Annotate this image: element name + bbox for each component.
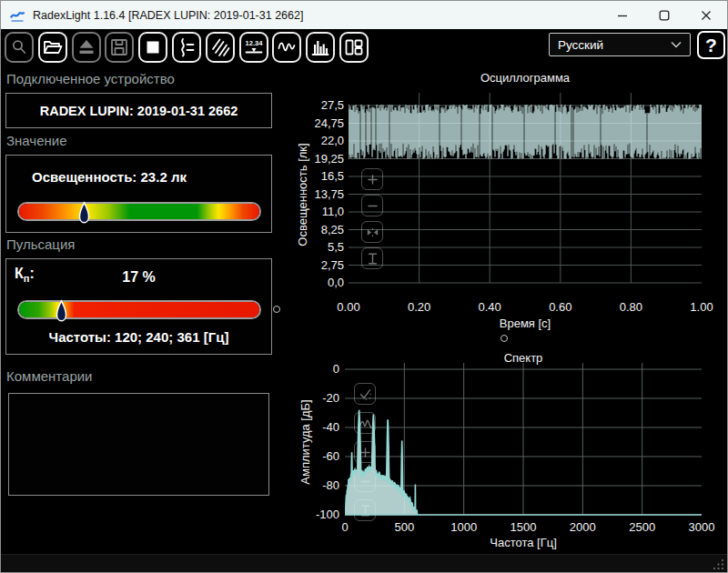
language-select[interactable]: Русский xyxy=(549,33,691,56)
fitv-icon xyxy=(365,251,380,266)
spectrum-xtick: 500 xyxy=(377,520,431,534)
spectrum-ytick: 0 xyxy=(285,362,339,376)
spectrum-zoom-in-button[interactable] xyxy=(354,441,376,463)
spectrum-envelope-button[interactable] xyxy=(354,412,376,434)
oscillogram-ytick: 0,0 xyxy=(289,276,344,289)
open-file-button[interactable] xyxy=(38,32,67,63)
plus-icon xyxy=(358,445,373,460)
oscillogram-ytick: 22,0 xyxy=(289,134,344,147)
oscillogram-xlabel: Время [с] xyxy=(349,317,702,330)
wave-icon xyxy=(276,36,298,58)
spectrum-ytick: -20 xyxy=(285,391,339,405)
save-file-button[interactable] xyxy=(105,32,134,63)
spectrum-ytick: -40 xyxy=(285,420,339,434)
chevron-down-icon xyxy=(671,41,682,48)
hatch-icon xyxy=(209,36,231,58)
curve-icon xyxy=(358,416,373,431)
oscillogram-ytick: 24,75 xyxy=(289,116,344,130)
comments-section-header: Комментарии xyxy=(6,368,92,384)
oscillogram-ytick: 16,5 xyxy=(289,169,344,183)
resize-grip[interactable] xyxy=(713,558,724,569)
layout-view-button[interactable] xyxy=(339,32,369,63)
spectrum-view-button[interactable] xyxy=(306,32,335,63)
vertical-splitter-handle[interactable] xyxy=(273,306,280,313)
oscillogram-ytick: 19,25 xyxy=(289,152,344,166)
minus-icon xyxy=(358,474,373,489)
pulsation-section-header: Пульсация xyxy=(6,236,75,252)
oscillogram-zoom-out-button[interactable] xyxy=(361,195,383,216)
horizontal-splitter-handle[interactable] xyxy=(500,335,508,342)
spectrum-autoscale-button[interactable] xyxy=(354,383,376,405)
plus-icon xyxy=(365,172,380,187)
pulsation-scale-bar xyxy=(17,300,261,319)
oscillogram-xtick: 0.60 xyxy=(533,300,588,314)
magnifier-doc-icon xyxy=(8,36,30,58)
numeric-display-icon: 12.34 xyxy=(243,36,265,58)
minus-icon xyxy=(365,198,380,214)
spectrum-xlabel: Частота [Гц] xyxy=(345,536,702,549)
titlebar: RadexLight 1.16.4 [RADEX LUPIN: 2019-01-… xyxy=(1,1,727,29)
oscillogram-zoom-in-button[interactable] xyxy=(361,168,383,190)
svg-text:12.34: 12.34 xyxy=(245,39,263,47)
spectrum-xtick: 1000 xyxy=(437,520,491,534)
numeric-display-button[interactable]: 12.34 xyxy=(239,32,268,63)
spectrum-xtick: 1500 xyxy=(496,520,551,534)
bar-chart-icon xyxy=(309,36,331,58)
oscillogram-view-button[interactable] xyxy=(272,32,301,63)
app-logo-icon xyxy=(9,7,25,24)
check-icon xyxy=(358,387,373,402)
hatch-mode-button[interactable] xyxy=(206,32,235,63)
pulsation-marker-icon xyxy=(56,299,67,323)
signal-settings-icon xyxy=(176,36,197,58)
spectrum-ytick: -100 xyxy=(285,508,339,521)
app-window: RadexLight 1.16.4 [RADEX LUPIN: 2019-01-… xyxy=(0,0,728,573)
oscillogram-xtick: 0.00 xyxy=(321,300,376,314)
oscillogram-fit-horizontal-button[interactable] xyxy=(361,221,383,243)
signal-settings-button[interactable] xyxy=(172,32,201,63)
stop-measurement-button[interactable] xyxy=(138,32,167,63)
close-icon xyxy=(701,10,712,21)
oscillogram-ytick: 2,75 xyxy=(289,258,344,272)
oscillogram-ytick: 11,0 xyxy=(289,205,344,218)
oscillogram-grid xyxy=(349,90,702,286)
window-title: RadexLight 1.16.4 [RADEX LUPIN: 2019-01-… xyxy=(33,9,303,22)
eject-icon xyxy=(76,36,97,58)
connected-device-value: RADEX LUPIN: 2019-01-31 2662 xyxy=(5,93,272,128)
open-folder-icon xyxy=(42,36,64,58)
spectrum-fit-vertical-button[interactable] xyxy=(354,499,376,521)
oscillogram-ytick: 27,5 xyxy=(289,98,344,112)
spectrum-zoom-out-button[interactable] xyxy=(354,470,376,492)
spectrum-ytick: -60 xyxy=(285,449,339,463)
illuminance-gradient xyxy=(19,204,259,219)
illuminance-scale-bar xyxy=(17,202,261,221)
spectrum-ylabel: Амплитуда [дБ] xyxy=(298,399,312,484)
oscillogram-xtick: 0.80 xyxy=(603,300,658,314)
help-button[interactable]: ? xyxy=(697,31,725,59)
oscillogram-xtick: 0.40 xyxy=(462,300,517,314)
oscillogram-xtick: 0.20 xyxy=(392,300,447,314)
maximize-icon xyxy=(659,10,670,21)
fitv-icon xyxy=(358,503,373,518)
window-controls xyxy=(602,1,727,29)
stop-square-icon xyxy=(142,36,164,58)
eject-device-button[interactable] xyxy=(72,32,101,63)
comments-input[interactable] xyxy=(8,393,269,496)
pulsation-value: 17 % xyxy=(6,269,271,286)
oscillogram-ytick: 5,5 xyxy=(289,240,344,254)
close-button[interactable] xyxy=(685,1,727,29)
floppy-icon xyxy=(108,36,130,58)
oscillogram-ytick: 8,25 xyxy=(289,223,344,236)
preview-button[interactable] xyxy=(5,32,34,63)
oscillogram-xtick: 1.00 xyxy=(674,300,728,314)
oscillogram-title: Осциллограмма xyxy=(349,71,702,85)
spectrum-xtick: 2500 xyxy=(615,520,670,534)
maximize-button[interactable] xyxy=(643,1,685,29)
minimize-button[interactable] xyxy=(602,1,643,29)
device-name: RADEX LUPIN: 2019-01-31 2662 xyxy=(40,104,238,118)
value-section-header: Значение xyxy=(6,133,67,148)
oscillogram-fit-vertical-button[interactable] xyxy=(361,247,383,269)
illuminance-reading: Освещенность: 23.2 лк xyxy=(32,169,187,185)
spectrum-grid xyxy=(345,363,702,519)
spectrum-xtick: 2000 xyxy=(555,520,610,534)
pulsation-frequencies: Частоты: 120; 240; 361 [Гц] xyxy=(6,329,271,345)
